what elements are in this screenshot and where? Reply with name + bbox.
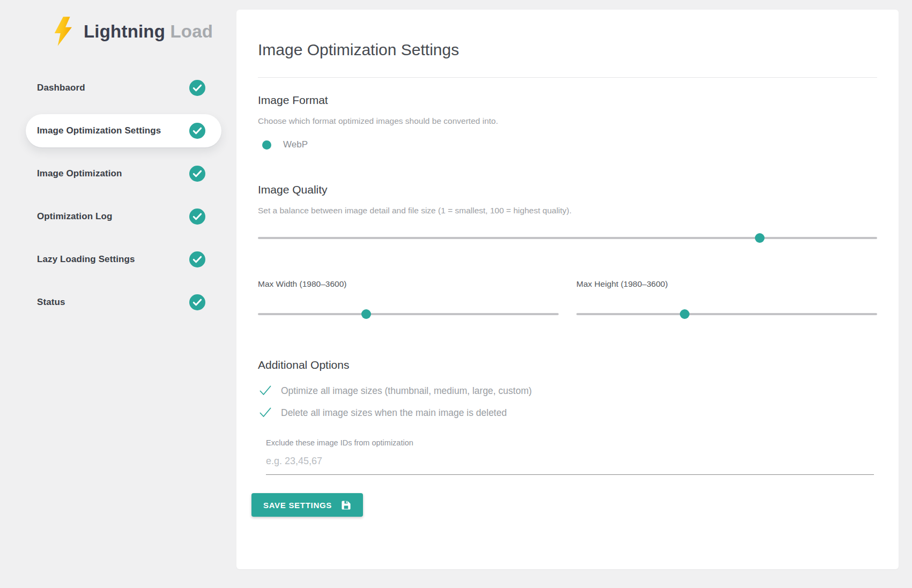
sidebar-item-label: Image Optimization: [37, 168, 189, 179]
checkbox-check-icon: [259, 384, 272, 397]
slider-track[interactable]: [258, 237, 877, 239]
brand-name: Lightning Load: [84, 21, 213, 42]
sidebar-item-optimization-log[interactable]: Optimization Log: [26, 195, 221, 238]
sidebar-item-label: Optimization Log: [37, 211, 189, 222]
max-height-group: Max Height (1980–3600): [576, 279, 877, 319]
save-icon: [341, 500, 351, 510]
sidebar-item-lazy-loading-settings[interactable]: Lazy Loading Settings: [26, 238, 221, 281]
save-button-label: SAVE SETTINGS: [263, 501, 332, 510]
format-radio-webp[interactable]: WebP: [262, 139, 877, 150]
check-circle-icon: [189, 209, 205, 225]
sidebar-item-label: Lazy Loading Settings: [37, 254, 189, 265]
max-width-slider[interactable]: [258, 309, 559, 319]
image-quality-slider[interactable]: [258, 233, 877, 243]
slider-thumb[interactable]: [680, 309, 689, 319]
app-logo: Lightning Load: [54, 16, 213, 47]
slider-track[interactable]: [576, 313, 877, 315]
sidebar: Lightning Load Dashbaord Image Optimizat…: [0, 0, 236, 588]
brand-secondary: Load: [170, 21, 213, 41]
check-circle-icon: [189, 123, 205, 139]
save-settings-button[interactable]: SAVE SETTINGS: [251, 493, 363, 517]
sidebar-item-label: Dashbaord: [37, 83, 189, 93]
exclude-ids-label: Exclude these image IDs from optimizatio…: [266, 438, 874, 447]
checkbox-optimize-all-sizes[interactable]: Optimize all image sizes (thumbnail, med…: [259, 384, 877, 397]
checkbox-label: Delete all image sizes when the main ima…: [281, 407, 507, 419]
radio-label: WebP: [283, 139, 308, 150]
radio-selected-icon: [262, 140, 271, 150]
sidebar-item-image-optimization-settings[interactable]: Image Optimization Settings: [26, 114, 221, 147]
brand-primary: Lightning: [84, 21, 165, 41]
sidebar-item-image-optimization[interactable]: Image Optimization: [26, 152, 221, 195]
check-circle-icon: [189, 294, 205, 310]
sidebar-item-label: Image Optimization Settings: [37, 125, 189, 136]
page: Lightning Load Dashbaord Image Optimizat…: [0, 0, 912, 588]
title-divider: [258, 77, 877, 78]
sidebar-item-status[interactable]: Status: [26, 281, 221, 324]
exclude-ids-field-group: Exclude these image IDs from optimizatio…: [266, 438, 874, 475]
image-format-heading: Image Format: [258, 94, 877, 107]
image-format-description: Choose which format optimized images sho…: [258, 116, 877, 126]
slider-thumb[interactable]: [755, 233, 765, 243]
check-circle-icon: [189, 251, 205, 267]
check-circle-icon: [189, 166, 205, 182]
checkbox-check-icon: [259, 406, 272, 419]
max-width-label: Max Width (1980–3600): [258, 279, 559, 289]
checkbox-label: Optimize all image sizes (thumbnail, med…: [281, 385, 532, 397]
page-title: Image Optimization Settings: [258, 10, 877, 59]
slider-thumb[interactable]: [361, 309, 371, 319]
exclude-ids-input[interactable]: [266, 453, 874, 475]
max-width-group: Max Width (1980–3600): [258, 279, 559, 319]
image-quality-description: Set a balance between image detail and f…: [258, 206, 877, 215]
max-height-slider[interactable]: [576, 309, 877, 319]
slider-track[interactable]: [258, 313, 559, 315]
settings-card: Image Optimization Settings Image Format…: [236, 10, 899, 569]
image-quality-heading: Image Quality: [258, 183, 877, 196]
max-height-label: Max Height (1980–3600): [576, 279, 877, 289]
sidebar-item-label: Status: [37, 297, 189, 308]
check-circle-icon: [189, 80, 205, 96]
additional-options-heading: Additional Options: [258, 359, 877, 371]
sidebar-item-dashboard[interactable]: Dashbaord: [26, 66, 221, 109]
lightning-bolt-icon: [54, 16, 72, 47]
checkbox-delete-all-sizes[interactable]: Delete all image sizes when the main ima…: [259, 406, 877, 419]
sidebar-nav: Dashbaord Image Optimization Settings Im…: [26, 66, 221, 324]
